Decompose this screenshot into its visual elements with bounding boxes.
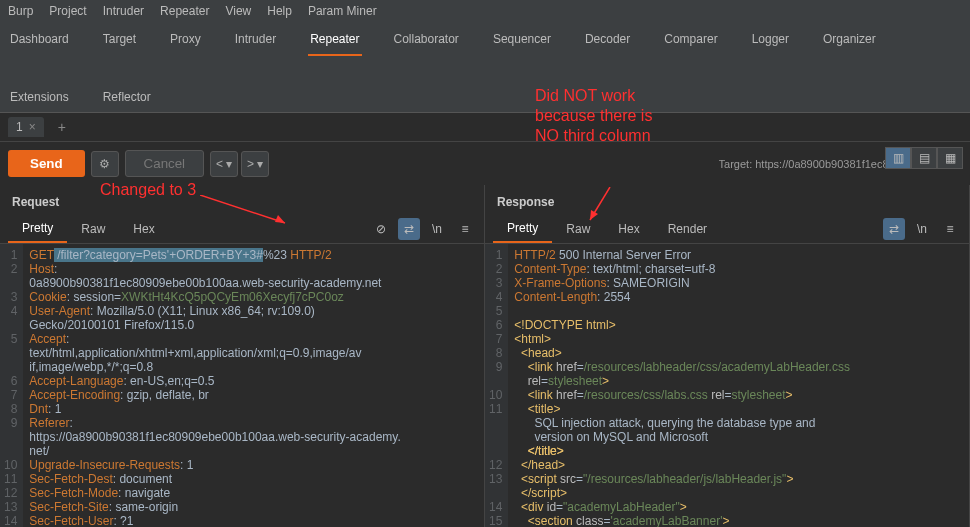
tab-comparer[interactable]: Comparer xyxy=(662,28,719,56)
view-tab-pretty[interactable]: Pretty xyxy=(493,215,552,243)
request-title: Request xyxy=(0,185,484,215)
newline-icon[interactable]: \n xyxy=(911,218,933,240)
menu-repeater[interactable]: Repeater xyxy=(160,4,209,18)
tab-intruder[interactable]: Intruder xyxy=(233,28,278,56)
response-code[interactable]: HTTP/2 500 Internal Server ErrorContent-… xyxy=(508,244,969,527)
tab-collaborator[interactable]: Collaborator xyxy=(392,28,461,56)
menu-help[interactable]: Help xyxy=(267,4,292,18)
repeater-subtabs: 1 × + xyxy=(0,113,970,142)
response-view-tabs: PrettyRawHexRender ⇄ \n ≡ xyxy=(485,215,969,244)
annotation-didnotwork: Did NOT work because there is NO third c… xyxy=(535,86,652,146)
wrap-icon[interactable]: ⇄ xyxy=(398,218,420,240)
request-editor[interactable]: 12345678910111213141516 GET /filter?cate… xyxy=(0,244,484,527)
repeater-tab-1[interactable]: 1 × xyxy=(8,117,44,137)
menu-view[interactable]: View xyxy=(225,4,251,18)
toolbar: Send ⚙ Cancel < ▾ > ▾ Target: https://0a… xyxy=(0,142,970,185)
request-pane: Request PrettyRawHex ⊘ ⇄ \n ≡ 1234567891… xyxy=(0,185,485,527)
layout-switch: ▥ ▤ ▦ xyxy=(885,147,963,169)
view-tab-pretty[interactable]: Pretty xyxy=(8,215,67,243)
menubar: BurpProjectIntruderRepeaterViewHelpParam… xyxy=(0,0,970,22)
main-tabbar: DashboardTargetProxyIntruderRepeaterColl… xyxy=(0,22,970,113)
response-gutter: 123456789101112131415161718 xyxy=(485,244,508,527)
menu-project[interactable]: Project xyxy=(49,4,86,18)
tab-logger[interactable]: Logger xyxy=(750,28,791,56)
tab-sequencer[interactable]: Sequencer xyxy=(491,28,553,56)
view-tab-render[interactable]: Render xyxy=(654,216,721,242)
menu-intruder[interactable]: Intruder xyxy=(103,4,144,18)
forward-button[interactable]: > ▾ xyxy=(241,151,269,177)
menu-burp[interactable]: Burp xyxy=(8,4,33,18)
view-tab-hex[interactable]: Hex xyxy=(604,216,653,242)
annotation-changed: Changed to 3 xyxy=(100,181,196,199)
response-pane: ▥ ▤ ▦ Response PrettyRawHexRender ⇄ \n ≡… xyxy=(485,185,970,527)
tab-repeater[interactable]: Repeater xyxy=(308,28,361,56)
request-gutter: 12345678910111213141516 xyxy=(0,244,23,527)
tab-dashboard[interactable]: Dashboard xyxy=(8,28,71,56)
view-tab-raw[interactable]: Raw xyxy=(552,216,604,242)
response-title: Response xyxy=(485,185,969,215)
tab-proxy[interactable]: Proxy xyxy=(168,28,203,56)
newline-icon[interactable]: \n xyxy=(426,218,448,240)
tab-number: 1 xyxy=(16,120,23,134)
view-tab-hex[interactable]: Hex xyxy=(119,216,168,242)
send-button[interactable]: Send xyxy=(8,150,85,177)
tab-decoder[interactable]: Decoder xyxy=(583,28,632,56)
layout-vertical-icon[interactable]: ▤ xyxy=(911,147,937,169)
menu-icon[interactable]: ≡ xyxy=(454,218,476,240)
wrap-icon[interactable]: ⇄ xyxy=(883,218,905,240)
cancel-button[interactable]: Cancel xyxy=(125,150,205,177)
tab-extensions[interactable]: Extensions xyxy=(8,86,71,112)
layout-horizontal-icon[interactable]: ▥ xyxy=(885,147,911,169)
tab-target[interactable]: Target xyxy=(101,28,138,56)
menu-icon[interactable]: ≡ xyxy=(939,218,961,240)
hide-icon[interactable]: ⊘ xyxy=(370,218,392,240)
add-tab-button[interactable]: + xyxy=(52,119,72,135)
view-tab-raw[interactable]: Raw xyxy=(67,216,119,242)
gear-icon[interactable]: ⚙ xyxy=(91,151,119,177)
menu-param-miner[interactable]: Param Miner xyxy=(308,4,377,18)
layout-combined-icon[interactable]: ▦ xyxy=(937,147,963,169)
close-icon[interactable]: × xyxy=(29,120,36,134)
back-button[interactable]: < ▾ xyxy=(210,151,238,177)
request-code[interactable]: GET /filter?category=Pets'+ORDER+BY+3#%2… xyxy=(23,244,484,527)
tab-organizer[interactable]: Organizer xyxy=(821,28,878,56)
request-view-tabs: PrettyRawHex ⊘ ⇄ \n ≡ xyxy=(0,215,484,244)
response-editor[interactable]: 123456789101112131415161718 HTTP/2 500 I… xyxy=(485,244,969,527)
tab-reflector[interactable]: Reflector xyxy=(101,86,153,112)
editor-split: Request PrettyRawHex ⊘ ⇄ \n ≡ 1234567891… xyxy=(0,185,970,527)
